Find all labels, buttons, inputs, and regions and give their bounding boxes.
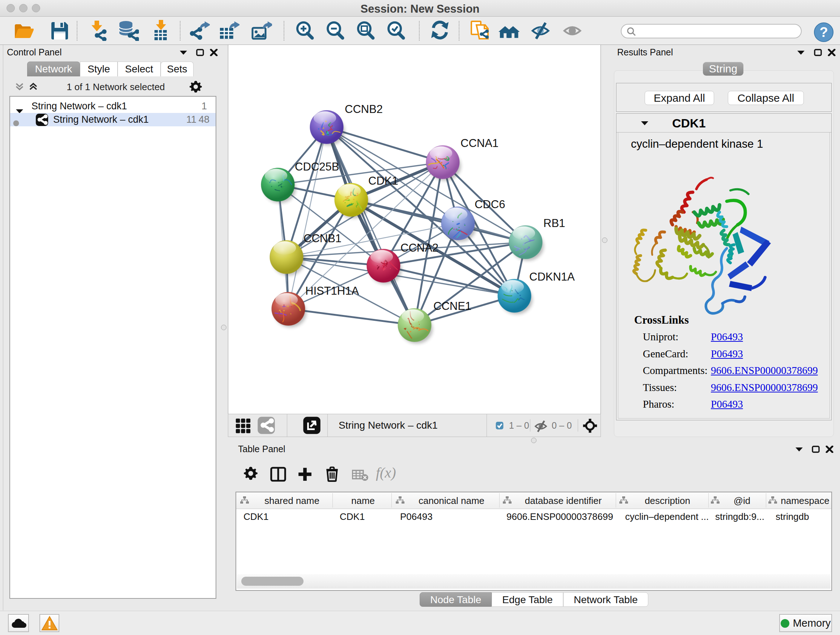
svg-text:CCNA1: CCNA1 [461, 137, 499, 149]
svg-text:RB1: RB1 [543, 217, 565, 230]
svg-text:CDC25B: CDC25B [295, 160, 339, 173]
svg-text:CDC6: CDC6 [475, 198, 505, 211]
svg-text:?: ? [819, 25, 828, 40]
svg-text:HIST1H1A: HIST1H1A [305, 285, 359, 297]
svg-text:CCNA2: CCNA2 [401, 241, 439, 254]
svg-text:CCNB1: CCNB1 [303, 232, 341, 245]
svg-text:CCNB2: CCNB2 [345, 103, 383, 116]
svg-text:CCNE1: CCNE1 [433, 300, 471, 312]
svg-text:CDK1: CDK1 [368, 174, 398, 187]
svg-text:CDKN1A: CDKN1A [529, 271, 575, 283]
